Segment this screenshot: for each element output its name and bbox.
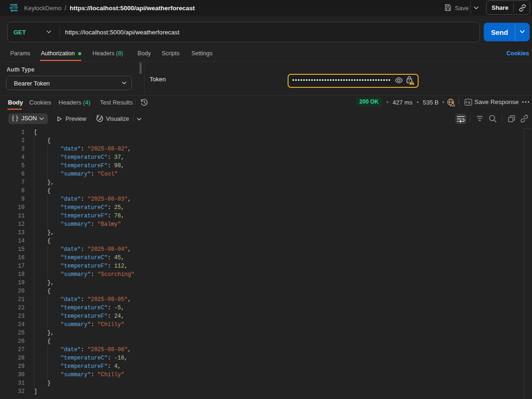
svg-text:HTTP: HTTP xyxy=(10,6,18,10)
